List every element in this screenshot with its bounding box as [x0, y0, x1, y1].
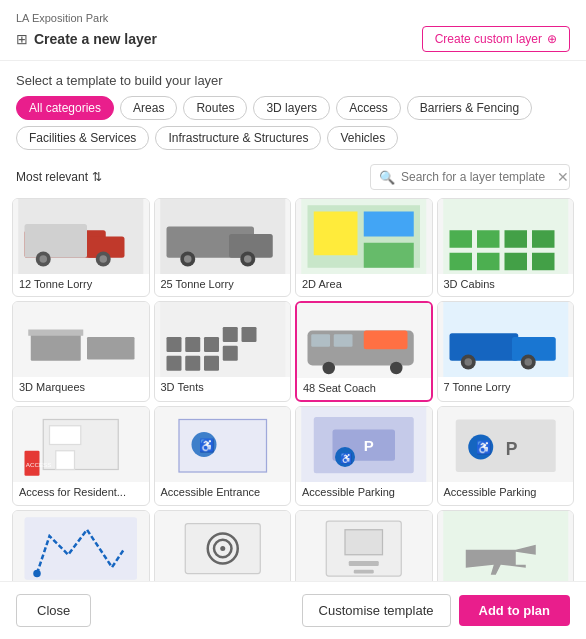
filter-chip-all[interactable]: All categories [16, 96, 114, 120]
filter-chip-barriers[interactable]: Barriers & Fencing [407, 96, 532, 120]
svg-point-80 [33, 569, 41, 577]
filter-bar: All categoriesAreasRoutes3D layersAccess… [0, 96, 586, 158]
svg-rect-60 [56, 451, 75, 470]
card-thumbnail [296, 511, 432, 586]
add-to-plan-button[interactable]: Add to plan [459, 595, 571, 626]
svg-rect-88 [345, 529, 383, 554]
template-card-lorry-12[interactable]: 12 Tonne Lorry [12, 198, 150, 297]
svg-rect-35 [185, 337, 200, 352]
filter-chip-3d[interactable]: 3D layers [253, 96, 330, 120]
filter-chip-access[interactable]: Access [336, 96, 401, 120]
card-label: Access for Resident... [13, 482, 149, 504]
template-card-coach-48[interactable]: 48 Seat Coach [295, 301, 433, 402]
svg-point-49 [390, 362, 403, 375]
svg-rect-91 [443, 511, 568, 586]
card-thumbnail [155, 511, 291, 586]
svg-point-48 [323, 362, 336, 375]
svg-rect-31 [87, 337, 135, 360]
card-label: Accessible Parking [438, 482, 574, 504]
template-grid-container: 12 Tonne Lorry 25 Tonne Lorry 2D Area 3D… [0, 198, 586, 639]
svg-rect-32 [28, 330, 83, 336]
template-card-tents-3d[interactable]: 3D Tents [154, 301, 292, 402]
filter-chip-facilities[interactable]: Facilities & Services [16, 126, 149, 150]
template-card-accessible-parking-2[interactable]: ♿P Accessible Parking [437, 406, 575, 505]
svg-rect-90 [354, 569, 374, 573]
template-card-marquees-3d[interactable]: 3D Marquees [12, 301, 150, 402]
card-thumbnail: ♿ [155, 407, 291, 482]
card-label: Accessible Parking [296, 482, 432, 504]
svg-rect-25 [504, 230, 527, 248]
card-thumbnail [155, 302, 291, 377]
svg-rect-24 [477, 253, 500, 271]
svg-rect-89 [349, 561, 379, 566]
svg-text:♿: ♿ [475, 440, 491, 456]
card-thumbnail: ACCESS [13, 407, 149, 482]
template-card-resident-access[interactable]: ACCESS Access for Resident... [12, 406, 150, 505]
card-label: 2D Area [296, 274, 432, 296]
svg-point-14 [244, 255, 252, 263]
svg-rect-47 [364, 331, 408, 350]
layer-icon: ⊞ [16, 31, 28, 47]
filter-chip-routes[interactable]: Routes [183, 96, 247, 120]
svg-rect-17 [314, 212, 358, 256]
filter-chip-vehicles[interactable]: Vehicles [327, 126, 398, 150]
svg-rect-45 [311, 334, 330, 347]
svg-text:♿: ♿ [340, 452, 353, 465]
svg-rect-41 [241, 327, 256, 342]
svg-point-12 [184, 255, 192, 263]
card-thumbnail [13, 511, 149, 586]
svg-rect-19 [364, 243, 414, 268]
template-card-accessible-entrance[interactable]: ♿ Accessible Entrance [154, 406, 292, 505]
svg-rect-2 [25, 224, 88, 258]
card-label: 3D Tents [155, 377, 291, 399]
template-grid: 12 Tonne Lorry 25 Tonne Lorry 2D Area 3D… [12, 198, 574, 609]
card-thumbnail: ♿P [296, 407, 432, 482]
filter-chip-infra[interactable]: Infrastructure & Structures [155, 126, 321, 150]
svg-rect-28 [532, 253, 555, 271]
header: LA Exposition Park ⊞ Create a new layer … [0, 0, 586, 61]
sort-dropdown[interactable]: Most relevant ⇅ [16, 170, 102, 184]
filter-chip-areas[interactable]: Areas [120, 96, 177, 120]
svg-rect-27 [504, 253, 527, 271]
select-template-label: Select a template to build your layer [0, 61, 586, 96]
footer: Close Customise template Add to plan [0, 581, 586, 639]
search-clear-icon[interactable]: ✕ [557, 169, 569, 185]
template-card-accessible-parking-1[interactable]: ♿P Accessible Parking [295, 406, 433, 505]
svg-rect-59 [50, 426, 81, 445]
search-icon: 🔍 [379, 170, 395, 185]
svg-rect-30 [31, 333, 81, 361]
venue-label: LA Exposition Park [16, 12, 570, 24]
card-label: 3D Cabins [438, 274, 574, 296]
card-thumbnail [438, 302, 574, 377]
card-thumbnail [438, 199, 574, 274]
card-label: Accessible Entrance [155, 482, 291, 504]
svg-rect-36 [204, 337, 219, 352]
svg-text:♿: ♿ [199, 438, 215, 454]
card-thumbnail [297, 303, 431, 378]
card-thumbnail [155, 199, 291, 274]
sort-icon: ⇅ [92, 170, 102, 184]
customise-template-button[interactable]: Customise template [302, 594, 451, 627]
plus-circle-icon: ⊕ [547, 32, 557, 46]
title-row: ⊞ Create a new layer Create custom layer… [16, 26, 570, 52]
svg-rect-42 [222, 346, 237, 361]
svg-rect-79 [25, 517, 138, 580]
svg-rect-26 [532, 230, 555, 248]
sort-label: Most relevant [16, 170, 88, 184]
svg-text:ACCESS: ACCESS [26, 461, 52, 468]
close-button[interactable]: Close [16, 594, 91, 627]
template-card-3d-cabins[interactable]: 3D Cabins [437, 198, 575, 297]
card-thumbnail [13, 302, 149, 377]
template-card-lorry-25[interactable]: 25 Tonne Lorry [154, 198, 292, 297]
svg-point-85 [220, 546, 225, 551]
card-thumbnail [438, 511, 574, 586]
card-thumbnail [296, 199, 432, 274]
svg-rect-22 [477, 230, 500, 248]
svg-point-5 [40, 255, 48, 263]
search-input[interactable] [401, 170, 551, 184]
toolbar: Most relevant ⇅ 🔍 ✕ [0, 158, 586, 198]
template-card-lorry-7[interactable]: 7 Tonne Lorry [437, 301, 575, 402]
svg-rect-51 [449, 333, 518, 361]
create-custom-button[interactable]: Create custom layer ⊕ [422, 26, 570, 52]
template-card-2d-area[interactable]: 2D Area [295, 198, 433, 297]
